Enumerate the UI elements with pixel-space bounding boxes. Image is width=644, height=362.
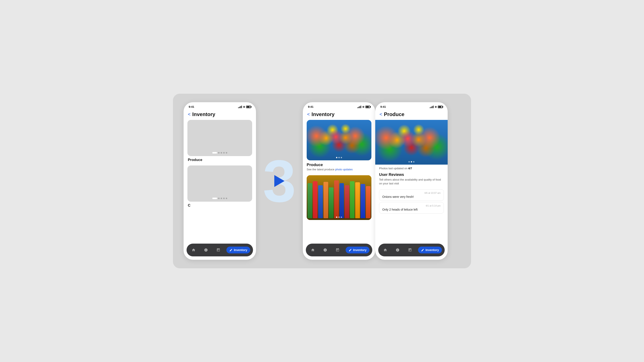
cdot-2 (338, 216, 340, 218)
nav-inventory-label-1: Inventory (234, 248, 247, 252)
dot2-3 (221, 198, 222, 199)
user-reviews-heading: User Reviews (375, 171, 448, 178)
dot2-2 (218, 198, 220, 199)
wifi-icon: ⊜ (243, 106, 245, 108)
signal-icon-2 (357, 106, 361, 108)
bottom-nav-3: Inventory (378, 244, 445, 256)
produce-img-dots (336, 157, 342, 158)
info-icon-2 (323, 248, 327, 252)
calendar-icon (216, 248, 220, 252)
header-2: < Inventory (303, 110, 375, 120)
nav-info-btn-2[interactable] (321, 246, 330, 254)
info-icon (204, 248, 208, 252)
cans-img-dots (336, 216, 342, 218)
dot-5 (226, 152, 227, 154)
hero-produce-scene (375, 120, 448, 164)
pencil-icon-3 (421, 248, 424, 252)
photo-updates-link[interactable]: photo updates (335, 168, 353, 171)
cdot-1 (336, 216, 337, 218)
signal-icon-3 (430, 106, 434, 108)
nav-home-btn-1[interactable] (189, 246, 198, 254)
app-wrapper: 9:41 ⊜ < Inventory (173, 94, 471, 268)
dot-1 (212, 152, 217, 154)
time-3: 9:41 (380, 105, 386, 108)
produce-section-title: Produce (307, 162, 372, 167)
home-icon-2 (311, 248, 315, 252)
cdot-3 (341, 216, 342, 218)
play-arrow (274, 175, 284, 187)
time-2: 9:41 (308, 105, 314, 108)
nav-calendar-btn-3[interactable] (406, 246, 414, 254)
nav-home-btn-2[interactable] (308, 246, 317, 254)
back-button-3[interactable]: < (380, 112, 382, 117)
produce-section-desc: See the latest produce photo updates (307, 168, 372, 172)
nav-inventory-btn-3[interactable]: Inventory (418, 246, 442, 254)
produce-section: Produce See the latest produce photo upd… (307, 120, 372, 172)
home-icon-3 (383, 248, 387, 252)
status-icons-2: ⊜ (357, 106, 370, 108)
hero-img-dots (408, 161, 414, 162)
dot-3 (221, 152, 222, 154)
nav-inventory-label-3: Inventory (426, 248, 439, 252)
nav-inventory-btn-1[interactable]: Inventory (226, 246, 250, 254)
photo-date: 4/7 (408, 167, 412, 170)
produce-image-placeholder (188, 120, 252, 156)
cans-image (307, 175, 372, 220)
nav-info-btn-1[interactable] (202, 246, 210, 254)
review-1-date: 4/6 at 10:07 am (382, 192, 440, 194)
battery-icon-2 (366, 106, 370, 108)
user-reviews-subtext: Tell others about the availability and q… (375, 178, 448, 188)
header-3: < Produce (375, 110, 448, 120)
calendar-icon-2 (336, 248, 340, 252)
nav-inventory-label-2: Inventory (353, 248, 366, 252)
pdot-3 (341, 157, 342, 158)
pencil-icon-2 (348, 248, 352, 252)
nav-calendar-btn-2[interactable] (333, 246, 342, 254)
list-item-produce[interactable]: Produce (188, 120, 252, 162)
dot-4 (223, 152, 225, 154)
review-2: 4/1 at 5:14 pm Only 2 heads of lettuce l… (379, 202, 444, 214)
home-icon (192, 248, 196, 252)
page-title-3: Produce (384, 111, 404, 117)
bottom-nav-1: Inventory (186, 244, 253, 256)
nav-calendar-btn-1[interactable] (214, 246, 222, 254)
signal-icon (238, 106, 242, 108)
hero-fruit-image (375, 120, 448, 164)
review-1: 4/6 at 10:07 am Onions were very fresh! (379, 189, 444, 201)
phone-1: 9:41 ⊜ < Inventory (184, 102, 256, 260)
wifi-icon-2: ⊜ (362, 106, 364, 108)
second-image-placeholder (188, 166, 252, 202)
list-item-second[interactable]: C (188, 166, 252, 208)
status-bar-1: 9:41 ⊜ (184, 102, 256, 110)
phone2-content: Produce See the latest produce photo upd… (303, 120, 375, 242)
review-2-text: Only 2 heads of lettuce left (382, 208, 440, 211)
status-bar-3: 9:41 ⊜ (375, 102, 448, 110)
hero-image-container (375, 120, 448, 164)
nav-home-btn-3[interactable] (381, 246, 390, 254)
phone3-content: Photos last updated on 4/7 User Reviews … (375, 120, 448, 242)
pdot-1 (336, 157, 337, 158)
cans-scene (307, 175, 372, 220)
status-bar-2: 9:41 ⊜ (303, 102, 375, 110)
info-icon-3 (396, 248, 400, 252)
canned-section (307, 175, 372, 220)
pencil-icon-1 (229, 248, 232, 252)
nav-inventory-btn-2[interactable]: Inventory (346, 246, 370, 254)
page-title-1: Inventory (192, 111, 215, 117)
back-button-2[interactable]: < (307, 112, 310, 117)
middle-section: 3 (256, 102, 303, 260)
hdot-1 (408, 161, 410, 162)
hdot-2 (411, 161, 412, 162)
photo-updated: Photos last updated on 4/7 (375, 164, 448, 171)
back-button-1[interactable]: < (188, 112, 190, 117)
phone-3: 9:41 ⊜ < Produce (375, 102, 448, 260)
pdot-2 (338, 157, 340, 158)
review-2-date: 4/1 at 5:14 pm (382, 204, 440, 207)
dot-2 (218, 152, 220, 154)
header-1: < Inventory (184, 110, 256, 120)
page-title-2: Inventory (312, 111, 334, 117)
battery-icon-3 (438, 106, 442, 108)
carousel-dots-produce (212, 152, 227, 154)
nav-info-btn-3[interactable] (393, 246, 402, 254)
produce-scene (307, 120, 372, 160)
